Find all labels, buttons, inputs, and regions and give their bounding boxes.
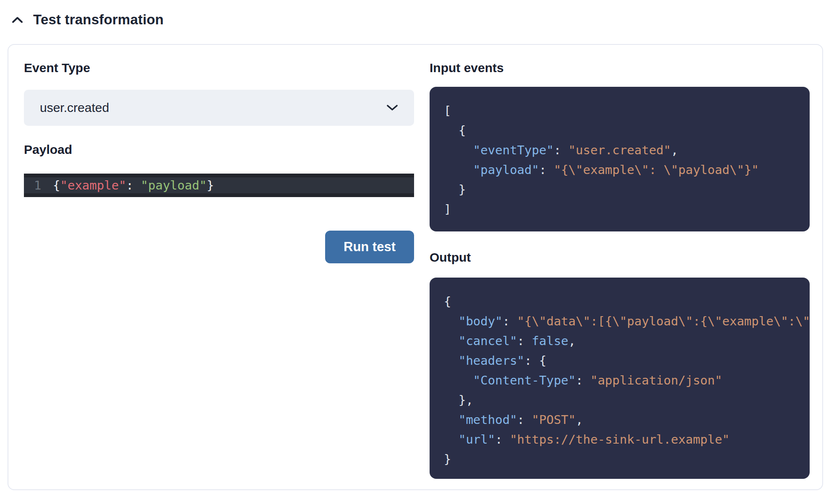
chevron-up-icon <box>12 16 23 23</box>
event-type-select[interactable]: user.created <box>24 90 414 126</box>
event-type-label: Event Type <box>24 61 90 75</box>
event-type-selected-value: user.created <box>40 101 109 115</box>
chevron-down-icon <box>386 104 398 111</box>
section-title: Test transformation <box>33 12 164 28</box>
output-code-block: { "body": "{\"data\":[{\"payload\":{\"ex… <box>430 278 810 479</box>
payload-code-content: {"example": "payload"} <box>53 177 214 193</box>
input-events-code-block: [ { "eventType": "user.created", "payloa… <box>430 87 810 231</box>
payload-label: Payload <box>24 143 72 157</box>
test-transformation-header[interactable]: Test transformation <box>12 12 164 28</box>
run-test-button[interactable]: Run test <box>325 231 414 263</box>
payload-code-editor[interactable]: 1 {"example": "payload"} <box>24 174 414 197</box>
editor-active-line: 1 {"example": "payload"} <box>24 177 414 193</box>
output-label: Output <box>430 250 471 265</box>
test-transformation-panel: Event Type user.created Payload 1 {"exam… <box>8 44 823 490</box>
input-events-label: Input events <box>430 61 504 75</box>
editor-line-number: 1 <box>24 178 53 192</box>
